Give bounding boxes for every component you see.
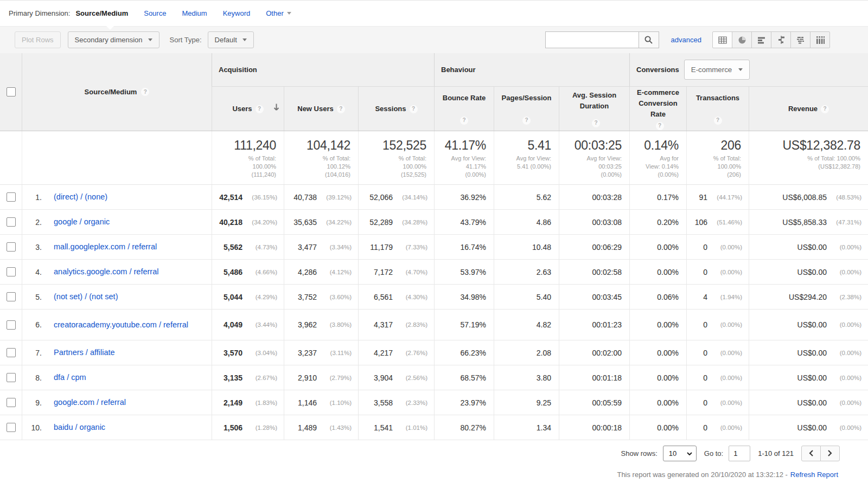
revenue-percent: (47.31%) bbox=[827, 219, 861, 226]
ecommerce-conversion-rate-value: 0.00% bbox=[657, 320, 679, 329]
column-header-ecommerce-conversion-rate[interactable]: E-commerce Conversion Rate ? bbox=[629, 87, 686, 131]
source-link[interactable]: Partners / affiliate bbox=[54, 347, 115, 358]
bounce-rate-value: 80.27% bbox=[461, 423, 486, 432]
avg-session-duration-cell: 00:01:18 bbox=[559, 365, 629, 390]
transactions-header-label: Transactions bbox=[692, 93, 743, 104]
ecommerce-conversion-rate-cell: 0.00% bbox=[629, 365, 686, 390]
new-users-cell: 4,286(4.12%) bbox=[284, 260, 358, 284]
comparison-view-button[interactable] bbox=[771, 31, 791, 48]
primary-dimension-selected[interactable]: Source/Medium bbox=[75, 9, 128, 17]
row-checkbox[interactable] bbox=[7, 320, 16, 330]
row-checkbox[interactable] bbox=[7, 423, 16, 432]
new-users-percent: (4.12%) bbox=[317, 269, 352, 275]
source-link[interactable]: (not set) / (not set) bbox=[54, 292, 118, 302]
transactions-cell: 4(1.94%) bbox=[686, 285, 749, 309]
source-link[interactable]: (direct) / (none) bbox=[54, 192, 107, 202]
column-header-sessions[interactable]: Sessions ? bbox=[358, 87, 434, 131]
help-icon[interactable]: ? bbox=[714, 117, 722, 125]
source-link[interactable]: creatoracademy.youtube.com / referral bbox=[54, 320, 188, 330]
source-link[interactable]: google.com / referral bbox=[54, 397, 126, 408]
row-checkbox[interactable] bbox=[7, 267, 16, 276]
help-icon[interactable]: ? bbox=[337, 105, 345, 113]
total-subtext: Avg for View: 0.14% (0.00%) bbox=[632, 154, 679, 179]
row-checkbox[interactable] bbox=[7, 398, 16, 407]
column-header-new-users[interactable]: New Users ? bbox=[284, 87, 358, 131]
dimension-link-source[interactable]: Source bbox=[144, 9, 166, 17]
total-subtext: % of Total: 100.00% (US$12,382.78) bbox=[751, 154, 860, 171]
table-row: 3.mall.googleplex.com / referral5,562(4.… bbox=[0, 235, 868, 260]
source-link[interactable]: mall.googleplex.com / referral bbox=[54, 242, 157, 252]
new-users-value: 3,477 bbox=[284, 243, 317, 252]
help-icon[interactable]: ? bbox=[410, 105, 418, 113]
refresh-report-link[interactable]: Refresh Report bbox=[790, 471, 838, 479]
row-index: 4. bbox=[25, 268, 42, 276]
source-link[interactable]: analytics.google.com / referral bbox=[54, 267, 158, 277]
advanced-search-link[interactable]: advanced bbox=[671, 36, 701, 44]
table-row: 2.google / organic40,218(34.20%)35,635(3… bbox=[0, 210, 868, 235]
term-cloud-view-button[interactable] bbox=[790, 31, 810, 48]
column-header-transactions[interactable]: Transactions ? bbox=[686, 87, 749, 131]
avg-session-duration-cell: 00:02:58 bbox=[559, 260, 629, 284]
help-icon[interactable]: ? bbox=[256, 105, 264, 113]
performance-view-button[interactable] bbox=[751, 31, 771, 48]
help-icon[interactable]: ? bbox=[821, 105, 829, 113]
sessions-value: 4,317 bbox=[359, 320, 393, 329]
source-link[interactable]: google / organic bbox=[54, 217, 110, 227]
row-checkbox[interactable] bbox=[7, 373, 16, 382]
source-link[interactable]: baidu / organic bbox=[54, 422, 105, 433]
previous-page-button[interactable] bbox=[801, 446, 821, 461]
column-header-pages-session[interactable]: Pages/Session ? bbox=[494, 87, 559, 131]
row-checkbox[interactable] bbox=[7, 242, 16, 252]
column-header-bounce-rate[interactable]: Bounce Rate ? bbox=[434, 87, 494, 131]
new-users-cell: 1,146(1.10%) bbox=[284, 390, 358, 415]
pie-chart-icon bbox=[738, 36, 746, 44]
percentage-view-button[interactable] bbox=[732, 31, 752, 48]
transactions-percent: (51.46%) bbox=[707, 219, 742, 226]
revenue-cell: US$5,858.33(47.31%) bbox=[749, 210, 868, 234]
plot-rows-button[interactable]: Plot Rows bbox=[15, 31, 61, 48]
column-header-revenue[interactable]: Revenue ? bbox=[749, 87, 868, 131]
conversions-goal-selector[interactable]: E-commerce bbox=[684, 60, 750, 80]
dimension-link-other[interactable]: Other bbox=[266, 9, 291, 17]
new-users-percent: (39.12%) bbox=[317, 194, 352, 201]
row-checkbox[interactable] bbox=[7, 292, 16, 301]
other-label[interactable]: Other bbox=[266, 9, 284, 17]
bar-chart-icon bbox=[757, 36, 765, 44]
help-icon[interactable]: ? bbox=[656, 122, 664, 130]
new-users-value: 40,738 bbox=[284, 193, 317, 202]
users-cell: 5,044(4.29%) bbox=[212, 285, 284, 309]
dimension-link-medium[interactable]: Medium bbox=[182, 9, 207, 17]
pivot-view-button[interactable] bbox=[810, 31, 830, 48]
help-icon[interactable]: ? bbox=[522, 117, 531, 125]
source-cell: 3.mall.googleplex.com / referral bbox=[22, 235, 212, 259]
help-icon[interactable]: ? bbox=[592, 119, 600, 127]
dimension-column-header[interactable]: Source/Medium ? bbox=[22, 53, 212, 131]
show-rows-select[interactable]: 10 bbox=[663, 446, 697, 461]
table-view-button[interactable] bbox=[712, 31, 732, 48]
row-checkbox[interactable] bbox=[7, 348, 16, 357]
source-cell: 4.analytics.google.com / referral bbox=[22, 260, 212, 284]
row-checkbox[interactable] bbox=[7, 192, 16, 202]
next-page-button[interactable] bbox=[820, 446, 840, 461]
dimension-link-keyword[interactable]: Keyword bbox=[223, 9, 251, 17]
source-cell: 2.google / organic bbox=[22, 210, 212, 234]
sort-type-button[interactable]: Default bbox=[208, 31, 254, 48]
goto-page-input[interactable] bbox=[729, 446, 750, 461]
new-users-percent: (1.43%) bbox=[317, 424, 352, 431]
sessions-cell: 7,172(4.70%) bbox=[358, 260, 434, 284]
revenue-cell: US$0.00(0.00%) bbox=[749, 390, 868, 415]
new-users-value: 1,489 bbox=[284, 423, 317, 432]
users-value: 5,486 bbox=[212, 268, 242, 276]
column-header-avg-session-duration[interactable]: Avg. Session Duration ? bbox=[559, 87, 629, 131]
help-icon[interactable]: ? bbox=[141, 88, 149, 96]
help-icon[interactable]: ? bbox=[460, 117, 468, 125]
row-checkbox[interactable] bbox=[7, 217, 16, 227]
select-all-checkbox[interactable] bbox=[7, 87, 16, 96]
search-input[interactable] bbox=[545, 31, 639, 48]
column-header-users[interactable]: Users ? bbox=[212, 87, 284, 131]
sessions-percent: (2.33%) bbox=[393, 400, 427, 406]
secondary-dimension-button[interactable]: Secondary dimension bbox=[68, 31, 159, 48]
source-link[interactable]: dfa / cpm bbox=[54, 372, 86, 383]
sessions-percent: (7.33%) bbox=[393, 244, 427, 250]
search-button[interactable] bbox=[639, 31, 659, 48]
